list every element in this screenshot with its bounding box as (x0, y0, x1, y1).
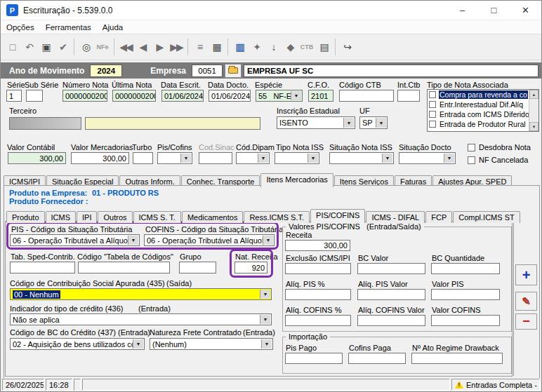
bc-valor-field[interactable] (357, 263, 425, 274)
situacao-nota-iss-dropdown[interactable] (329, 152, 394, 164)
checkbox-icon[interactable] (429, 101, 436, 108)
data-escrit-field[interactable]: 01/06/2024 (161, 90, 204, 102)
terceiro-code-field[interactable] (9, 117, 81, 130)
pis-cofins-dropdown[interactable] (157, 152, 192, 164)
uf-dropdown[interactable]: SP (359, 116, 388, 129)
subtab-icms-st[interactable]: ICMS S. T. (133, 211, 181, 223)
subtab-icms[interactable]: ICMS (46, 211, 77, 223)
cod-dipam-dropdown[interactable] (236, 152, 270, 164)
grupo-field[interactable] (179, 262, 216, 273)
pis-pago-field[interactable] (285, 353, 343, 364)
empresa-code-field[interactable]: 0051 (192, 65, 223, 77)
ledger-icon[interactable]: ▤ (315, 39, 332, 55)
subtab-ress-icms-st[interactable]: Ress.ICMS S.T. (244, 211, 310, 223)
close-button[interactable]: ✕ (510, 1, 541, 20)
inscricao-estadual-dropdown[interactable]: ISENTO (277, 116, 355, 129)
stamp-icon[interactable]: ✦ (248, 39, 265, 55)
cfo-field[interactable]: 2101 (308, 90, 333, 102)
subtab-compl-icms-st[interactable]: Compl.ICMS ST (453, 211, 520, 223)
menu-opcoes[interactable]: Opções (1, 22, 40, 33)
cofins-paga-field[interactable] (348, 353, 406, 364)
menu-ajuda[interactable]: Ajuda (97, 22, 128, 33)
checkbox-icon[interactable] (429, 111, 436, 118)
tree-icon[interactable]: ≡ (191, 39, 208, 55)
nav-prev-icon[interactable]: ◀ (134, 39, 151, 55)
add-item-button[interactable]: + (515, 264, 537, 285)
pis-cst-dropdown[interactable]: 06 - Operação Tributável a Alíquota (10, 234, 140, 246)
listbox-scrollbar[interactable]: ▲ ▼ (529, 90, 538, 131)
desdobra-nota-checkbox[interactable]: Desdobra Nota (468, 143, 531, 151)
menu-ferramentas[interactable]: Ferramentas (40, 22, 97, 33)
list-item[interactable]: Entrada de Produtor Rural (428, 119, 538, 129)
aliq-pis-field[interactable] (285, 289, 351, 300)
scroll-up-icon[interactable]: ▲ (529, 90, 538, 99)
aliq-cofins-valor-field[interactable] (357, 315, 425, 326)
especie-dropdown[interactable]: 55 NF-E (256, 90, 303, 102)
exit-icon[interactable]: ↪ (338, 39, 355, 55)
codigo-tabela-field[interactable] (78, 262, 170, 273)
bc-credito-dropdown[interactable]: 02 - Aquisição de bens utilizados com (10, 338, 145, 350)
maximize-button[interactable]: □ (478, 1, 510, 20)
save-icon[interactable]: ▣ (37, 39, 54, 55)
confirm-icon[interactable]: ✔ (54, 39, 71, 55)
cofins-cst-dropdown[interactable]: 06 - Operação Tributável a Alíquota (144, 234, 275, 246)
valor-mercadorias-field[interactable]: 300,00 (71, 152, 129, 164)
codigo-ctb-field[interactable] (339, 90, 394, 102)
aliq-cofins-field[interactable] (285, 315, 351, 326)
valor-contabil-field[interactable]: 300,00 (8, 152, 66, 164)
ato-drawback-field[interactable] (411, 353, 503, 364)
receita-field[interactable]: 300,00 (285, 240, 350, 251)
terceiro-name-field[interactable] (85, 117, 260, 130)
subtab-produto[interactable]: Produto (6, 211, 45, 223)
checkbox-icon[interactable] (468, 144, 475, 151)
subtab-outros[interactable]: Outros (98, 211, 132, 223)
checkbox-icon[interactable] (468, 156, 475, 164)
nf-cancelada-checkbox[interactable]: NF Cancelada (468, 156, 528, 164)
open-empresa-button[interactable] (225, 64, 242, 78)
valor-pis-field[interactable] (431, 289, 500, 300)
empresa-name-field[interactable]: EMPRESA UF SC (244, 65, 538, 77)
tab-itens-mercadorias[interactable]: Itens Mercadorias (260, 173, 333, 187)
cod-sinac-field[interactable] (199, 152, 232, 164)
serie-field[interactable]: 1 (6, 90, 22, 102)
remove-item-button[interactable]: − (515, 313, 537, 330)
bc-quantidade-field[interactable] (431, 263, 500, 274)
subtab-medicamentos[interactable]: Medicamentos (182, 211, 244, 223)
situacao-docto-dropdown[interactable] (399, 152, 456, 164)
tipo-credito-dropdown[interactable]: Não se aplica (10, 313, 272, 325)
group-icon[interactable]: ◆ (282, 39, 298, 55)
list-item[interactable]: Entr.Interestadual Dif.Alíq (428, 100, 538, 109)
edit-item-button[interactable]: ✎ (515, 292, 537, 311)
tab-sped-field[interactable] (10, 262, 75, 273)
nav-last-icon[interactable]: ▶▶ (168, 39, 185, 55)
scroll-down-icon[interactable]: ▼ (529, 122, 538, 131)
natureza-frete-dropdown[interactable]: (Nenhum) (150, 338, 273, 350)
nav-first-icon[interactable]: ◀◀ (117, 39, 134, 55)
nav-next-icon[interactable]: ▶ (151, 39, 168, 55)
subtab-icms-difal[interactable]: ICMS - DIFAL (366, 211, 425, 223)
valor-cofins-field[interactable] (431, 315, 500, 326)
list-item[interactable]: Entrada com ICMS Diferido (428, 109, 538, 119)
checkbox-icon[interactable] (429, 91, 436, 98)
subtab-fcp[interactable]: FCP (425, 211, 452, 223)
ultima-nota-field[interactable]: 0000000200 (112, 90, 156, 102)
import-icon[interactable]: ↓ (265, 39, 282, 55)
subtab-ipi[interactable]: IPI (77, 211, 97, 223)
checkbox-icon[interactable] (429, 121, 436, 128)
exclusao-field[interactable] (285, 263, 351, 274)
list-item[interactable]: Compra para revenda a co (428, 90, 538, 100)
nfe-icon[interactable]: NFe (94, 39, 111, 55)
minimize-button[interactable]: – (447, 1, 478, 20)
nat-receita-field[interactable]: 920 (234, 262, 267, 273)
new-note-icon[interactable]: □ (4, 39, 20, 55)
turbo-field[interactable] (133, 152, 153, 164)
int-ctb-field[interactable] (397, 90, 420, 102)
numero-nota-field[interactable]: 0000000200 (62, 90, 107, 102)
ano-movimento-field[interactable]: 2024 (90, 65, 122, 77)
ctb-icon[interactable]: CTB (298, 39, 315, 55)
process-icon[interactable]: ▦ (208, 39, 225, 55)
undo-icon[interactable]: ↶ (20, 39, 37, 55)
contrib-social-dropdown[interactable]: 00 - Nenhum (10, 288, 272, 300)
data-docto-field[interactable]: 01/06/2024 (209, 90, 251, 102)
aliq-pis-valor-field[interactable] (357, 289, 425, 300)
